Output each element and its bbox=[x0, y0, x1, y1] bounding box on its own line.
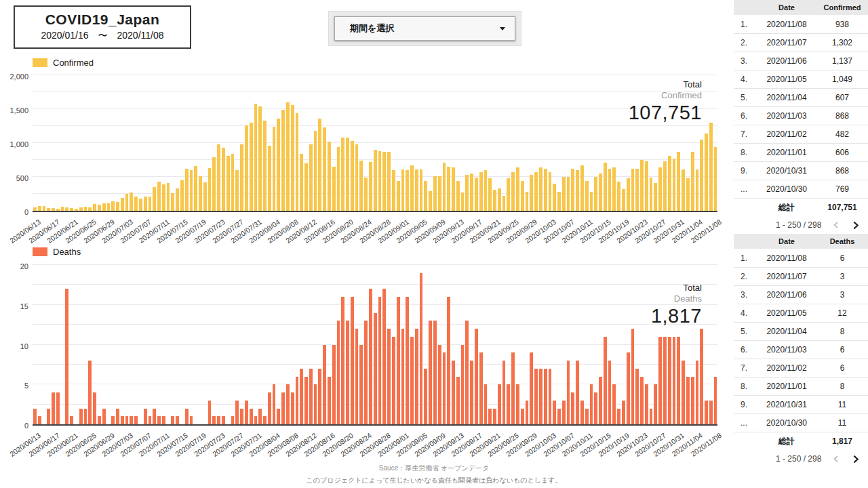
y-axis-tick-label: 0 bbox=[0, 207, 28, 217]
x-axis-tick-label: 2020/07/11 bbox=[138, 431, 171, 458]
confirmed-bar bbox=[157, 182, 161, 211]
x-axis-tick-label: 2020/09/01 bbox=[376, 431, 410, 458]
table-row: 9.2020/10/31868 bbox=[734, 161, 868, 180]
confirmed-bar bbox=[208, 168, 212, 211]
x-axis-tick-label: 2020/10/27 bbox=[633, 218, 667, 245]
row-date: 2020/11/04 bbox=[757, 327, 816, 336]
x-axis-tick-label: 2020/09/01 bbox=[376, 218, 410, 245]
deaths-bar bbox=[291, 392, 294, 424]
deaths-total: Total Deaths 1,817 bbox=[651, 283, 702, 327]
period-selector-control[interactable]: 期間を選択 bbox=[334, 16, 515, 41]
row-date: 2020/10/30 bbox=[757, 418, 816, 428]
x-axis-tick-label: 2020/10/03 bbox=[524, 431, 557, 458]
confirmed-bar bbox=[291, 105, 294, 211]
table-row: 1.2020/11/08938 bbox=[734, 15, 868, 33]
deaths-bar bbox=[111, 416, 115, 424]
deaths-bar bbox=[526, 401, 529, 424]
row-value: 606 bbox=[816, 148, 868, 157]
deaths-bar bbox=[673, 337, 676, 424]
confirmed-bar bbox=[673, 159, 676, 211]
row-value: 938 bbox=[816, 20, 868, 29]
confirmed-bar bbox=[88, 207, 92, 211]
x-axis-tick-label: 2020/06/17 bbox=[26, 431, 60, 458]
deaths-bar bbox=[281, 392, 285, 424]
deaths-bar bbox=[530, 352, 533, 424]
confirmed-bar bbox=[134, 197, 138, 211]
deaths-bar bbox=[617, 409, 620, 425]
row-index: 3. bbox=[734, 290, 757, 300]
x-axis-tick-label: 2020/06/25 bbox=[64, 431, 98, 458]
table-row: 7.2020/11/02482 bbox=[734, 125, 868, 143]
deaths-bar bbox=[622, 401, 625, 424]
data-tables-sidebar: Date Confirmed 1.2020/11/089382.2020/11/… bbox=[734, 0, 868, 488]
confirmed-bar bbox=[263, 121, 267, 211]
confirmed-bar bbox=[52, 208, 55, 211]
row-date: 2020/10/30 bbox=[757, 184, 816, 194]
pagination-range: 1 - 250 / 298 bbox=[776, 220, 821, 230]
deaths-bar bbox=[650, 409, 653, 425]
x-axis-tick-label: 2020/09/25 bbox=[486, 431, 520, 458]
deaths-bar bbox=[627, 352, 630, 424]
row-index: 4. bbox=[734, 75, 757, 84]
confirmed-bar bbox=[709, 123, 713, 211]
confirmed-bar bbox=[696, 169, 699, 211]
confirmed-bar bbox=[530, 175, 533, 211]
total-series-label: Confirmed bbox=[629, 90, 702, 100]
x-axis-tick-label: 2020/10/19 bbox=[597, 431, 631, 458]
confirmed-bar bbox=[700, 140, 703, 211]
x-axis-tick-label: 2020/11/04 bbox=[671, 431, 704, 458]
deaths-bar bbox=[484, 384, 488, 424]
x-axis-tick-label: 2020/08/12 bbox=[284, 218, 318, 245]
deaths-bar bbox=[714, 377, 717, 425]
confirmed-bar bbox=[658, 167, 662, 211]
deaths-bar bbox=[323, 345, 326, 425]
confirmed-total-row: 総計 107,751 bbox=[734, 198, 868, 216]
x-axis-tick-label: 2020/07/15 bbox=[155, 218, 189, 245]
confirmed-bar bbox=[153, 187, 156, 211]
confirmed-legend: Confirmed bbox=[33, 58, 94, 68]
deaths-bar bbox=[102, 409, 106, 425]
confirmed-bar bbox=[484, 170, 488, 211]
row-value: 6 bbox=[816, 253, 868, 263]
confirmed-bar bbox=[226, 156, 230, 211]
y-axis-tick-label: 500 bbox=[0, 174, 28, 183]
y-axis-tick-label: 20 bbox=[0, 262, 28, 271]
deaths-bar bbox=[443, 352, 446, 424]
deaths-bar bbox=[438, 345, 441, 425]
deaths-bar bbox=[263, 416, 267, 424]
confirmed-bar bbox=[631, 169, 635, 211]
page-prev-icon[interactable] bbox=[830, 219, 842, 231]
x-axis-tick-label: 2020/10/15 bbox=[578, 431, 612, 458]
row-date: 2020/11/02 bbox=[757, 129, 816, 139]
confirmed-bar bbox=[70, 208, 73, 211]
column-header-deaths: Deaths bbox=[816, 237, 868, 245]
total-row-label: 総計 bbox=[757, 202, 816, 214]
confirmed-bar bbox=[526, 192, 529, 211]
deaths-bar bbox=[332, 345, 336, 425]
x-axis-tick-label: 2020/06/21 bbox=[45, 218, 79, 245]
row-date: 2020/11/03 bbox=[757, 345, 816, 354]
total-label: Total bbox=[651, 283, 702, 293]
confirmed-bar bbox=[75, 209, 78, 211]
x-axis-tick-label: 2020/10/27 bbox=[633, 431, 667, 458]
x-axis-tick-label: 2020/11/08 bbox=[689, 431, 722, 458]
confirmed-bar bbox=[686, 178, 690, 211]
confirmed-bar bbox=[410, 165, 414, 211]
confirmed-bar bbox=[359, 161, 363, 211]
footer: Sauce：厚生労働省 オープンデータ このプロジェクトによって生じたいかなる責… bbox=[0, 464, 868, 485]
x-axis-tick-label: 2020/08/24 bbox=[339, 431, 373, 458]
deaths-bar bbox=[465, 321, 469, 424]
x-axis-tick-label: 2020/09/13 bbox=[431, 431, 465, 458]
deaths-bar bbox=[447, 297, 450, 424]
gridline bbox=[33, 176, 717, 177]
row-index: 7. bbox=[734, 129, 757, 139]
total-row-value: 1,817 bbox=[816, 436, 868, 446]
x-axis-tick-label: 2020/08/16 bbox=[302, 218, 336, 245]
gridline bbox=[33, 193, 717, 194]
deaths-bar bbox=[47, 409, 50, 425]
dashboard: COVID19_Japan 2020/01/16 〜 2020/11/08 期間… bbox=[0, 0, 868, 488]
confirmed-table: Date Confirmed 1.2020/11/089382.2020/11/… bbox=[734, 0, 868, 234]
deaths-bar bbox=[516, 384, 519, 424]
page-next-icon[interactable] bbox=[849, 219, 861, 231]
gridline bbox=[33, 264, 717, 265]
